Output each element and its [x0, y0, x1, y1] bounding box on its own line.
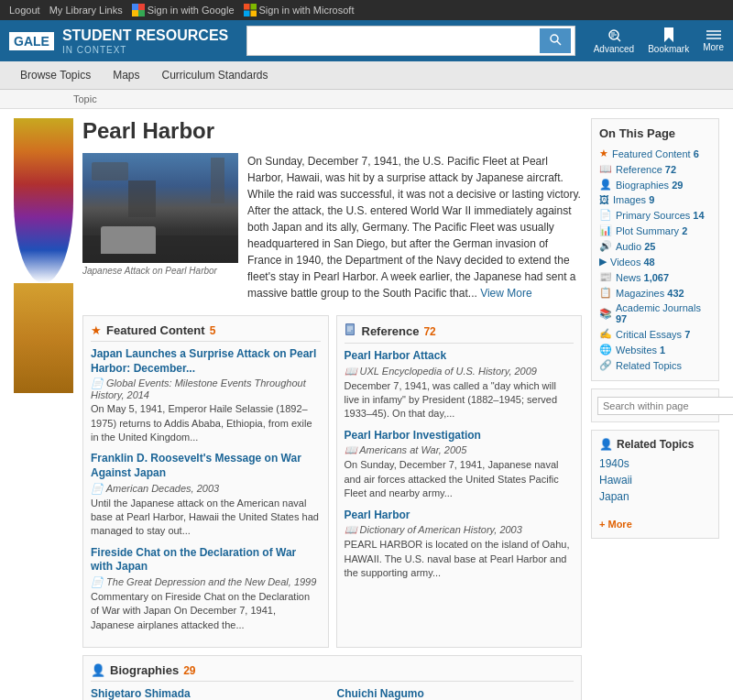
ref-article-3-source: 📖 Dictionary of American History, 2003: [345, 524, 574, 536]
svg-line-9: [557, 41, 561, 45]
otp-news-icon: 📰: [599, 271, 612, 283]
svg-rect-19: [346, 324, 354, 334]
ref-article-2: Pearl Harbor Investigation 📖 Americans a…: [345, 429, 574, 501]
search-within-input[interactable]: [597, 397, 733, 415]
otp-mag-icon: 📋: [599, 287, 612, 299]
featured-article-2-title[interactable]: Franklin D. Roosevelt's Message on War A…: [91, 452, 301, 479]
otp-related-topics[interactable]: 🔗 Related Topics: [599, 357, 711, 373]
otp-magazines[interactable]: 📋 Magazines 432: [599, 285, 711, 301]
ref-source-icon-3: 📖: [345, 524, 357, 535]
sign-in-google[interactable]: Sign in with Google: [148, 5, 235, 16]
otp-book-icon: 📖: [599, 163, 612, 175]
otp-video-icon: ▶: [599, 256, 607, 268]
decorative-lower: [14, 283, 73, 393]
bio-article-2-title[interactable]: Chuichi Nagumo: [337, 687, 424, 700]
star-section-icon: ★: [91, 323, 102, 337]
site-title-line2: IN CONTEXT: [62, 45, 228, 55]
reference-count: 72: [423, 325, 435, 338]
intro-text: On Sunday, December 7, 1941, the U.S. Pa…: [247, 153, 582, 301]
search-within-section: [591, 388, 719, 422]
more-btn[interactable]: More: [703, 29, 724, 52]
bio-article-1-title[interactable]: Shigetaro Shimada: [91, 687, 191, 700]
intro-image-wrap: Japanese Attack on Pearl Harbor: [82, 153, 238, 301]
microsoft-icon-wrap: Sign in with Microsoft: [244, 4, 355, 16]
featured-count: 5: [210, 324, 216, 337]
my-library-link[interactable]: My Library Links: [49, 5, 123, 16]
logout-link[interactable]: Logout: [9, 5, 40, 16]
ref-article-1-title[interactable]: Pearl Harbor Attack: [345, 349, 447, 362]
on-this-page-title: On This Page: [599, 126, 711, 140]
svg-rect-6: [244, 11, 250, 17]
svg-rect-5: [250, 4, 257, 10]
otp-academic[interactable]: 📚 Academic Journals 97: [599, 301, 711, 326]
search-box: [246, 26, 574, 56]
featured-article-3-source: 📄 The Great Depression and the New Deal,…: [91, 576, 321, 588]
reference-title: Reference: [362, 324, 420, 338]
otp-biographies[interactable]: 👤 Biographies 29: [599, 177, 711, 192]
otp-primary-sources[interactable]: 📄 Primary Sources 14: [599, 207, 711, 223]
otp-news[interactable]: 📰 News 1,067: [599, 269, 711, 285]
sign-in-microsoft[interactable]: Sign in with Microsoft: [259, 5, 355, 16]
featured-article-1: Japan Launches a Surprise Attack on Pear…: [91, 347, 321, 444]
featured-article-1-title[interactable]: Japan Launches a Surprise Attack on Pear…: [91, 347, 316, 375]
otp-essay-icon: ✍: [599, 328, 612, 340]
ref-article-2-title[interactable]: Pearl Harbor Investigation: [345, 429, 481, 442]
biographies-section: 👤 Biographies 29 Shigetaro Shimada 📄 Enc…: [82, 655, 582, 700]
ref-article-2-text: On Sunday, December 7, 1941, Japanese na…: [345, 458, 574, 500]
otp-audio[interactable]: 🔊 Audio 25: [599, 238, 711, 254]
svg-rect-3: [138, 10, 145, 16]
svg-line-11: [617, 38, 620, 41]
left-sidebar: [14, 118, 73, 700]
featured-reference-row: ★ Featured Content 5 Japan Launches a Su…: [82, 315, 582, 648]
source-icon-1: 📄: [91, 377, 104, 388]
nav-bar: Browse Topics Maps Curriculum Standards: [0, 61, 733, 90]
source-icon-2: 📄: [91, 483, 104, 494]
google-color-icon: Sign in with Google: [132, 4, 235, 16]
featured-article-3: Fireside Chat on the Declaration of War …: [91, 546, 321, 632]
otp-images[interactable]: 🖼 Images 9: [599, 192, 711, 207]
reference-header: Reference 72: [345, 323, 574, 344]
reference-section-icon: [345, 323, 357, 339]
related-1940s[interactable]: 1940s: [599, 455, 711, 472]
ref-article-3-text: PEARL HARBOR is located on the island of…: [345, 538, 574, 580]
breadcrumb-text: Topic: [73, 93, 97, 104]
featured-article-2-source: 📄 American Decades, 2003: [91, 483, 321, 495]
related-hawaii[interactable]: Hawaii: [599, 472, 711, 488]
otp-star-icon: ★: [599, 148, 608, 159]
related-topics-section: 👤 Related Topics 1940s Hawaii Japan + Mo…: [591, 430, 719, 539]
view-more-link[interactable]: View More: [480, 287, 531, 300]
bookmark-icon: [662, 27, 675, 42]
bookmark-btn[interactable]: Bookmark: [648, 27, 689, 54]
related-icon: 👤: [599, 438, 613, 451]
otp-plot-summary[interactable]: 📊 Plot Summary 2: [599, 223, 711, 238]
advanced-label: Advanced: [594, 44, 634, 54]
gale-logo: GALE: [9, 32, 54, 50]
otp-videos[interactable]: ▶ Videos 48: [599, 254, 711, 269]
advanced-search[interactable]: Advanced: [594, 27, 634, 54]
otp-image-icon: 🖼: [599, 194, 609, 205]
ref-article-3-title[interactable]: Pearl Harbor: [345, 509, 410, 521]
featured-article-1-text: On May 5, 1941, Emperor Haile Selassie (…: [91, 402, 321, 444]
related-japan[interactable]: Japan: [599, 488, 711, 505]
site-title-line1: STUDENT RESOURCES: [62, 27, 228, 44]
related-topics-title: 👤 Related Topics: [599, 438, 711, 451]
book-section-icon: [345, 323, 357, 336]
otp-featured[interactable]: ★ Featured Content 6: [599, 146, 711, 161]
ref-source-icon-2: 📖: [345, 444, 357, 455]
nav-curriculum[interactable]: Curriculum Standards: [151, 61, 279, 89]
related-more[interactable]: + More: [599, 519, 632, 530]
featured-article-3-title[interactable]: Fireside Chat on the Declaration of War …: [91, 546, 296, 574]
nav-maps[interactable]: Maps: [102, 61, 150, 89]
search-input[interactable]: [251, 30, 539, 51]
search-button[interactable]: [540, 28, 571, 53]
otp-websites[interactable]: 🌐 Websites 1: [599, 342, 711, 357]
otp-reference[interactable]: 📖 Reference 72: [599, 161, 711, 177]
otp-audio-icon: 🔊: [599, 240, 612, 252]
main-container: Pearl Harbor Japanese Attack on Pearl Ha…: [0, 109, 733, 700]
svg-rect-2: [132, 10, 138, 16]
source-icon-3: 📄: [91, 576, 104, 587]
otp-critical[interactable]: ✍ Critical Essays 7: [599, 326, 711, 342]
ref-article-3: Pearl Harbor 📖 Dictionary of American Hi…: [345, 509, 574, 581]
nav-browse-topics[interactable]: Browse Topics: [9, 61, 102, 89]
right-sidebar: On This Page ★ Featured Content 6 📖 Refe…: [591, 118, 719, 700]
